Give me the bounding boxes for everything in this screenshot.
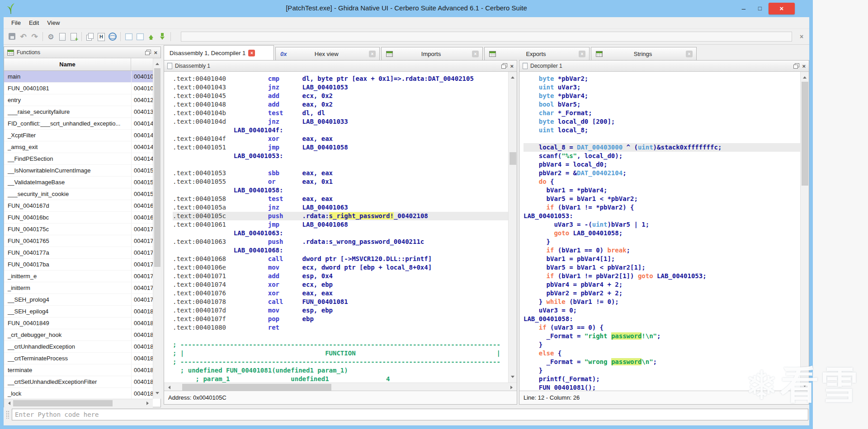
minimize-button[interactable]: –: [736, 3, 751, 14]
code-line[interactable]: goto LAB_00401058;: [524, 229, 800, 238]
code-line[interactable]: uVar3 = 0;: [524, 306, 800, 315]
tab-close-icon[interactable]: [369, 51, 376, 57]
code-line[interactable]: .text:00401061 jmp LAB_00401068: [173, 220, 508, 229]
function-row-seh-epilog4[interactable]: __SEH_epilog4004018: [4, 306, 153, 317]
functions-hscrollbar[interactable]: [4, 399, 153, 407]
code-line[interactable]: LAB_00401058:: [524, 315, 800, 323]
python-console-input[interactable]: [12, 409, 808, 420]
function-row-crt-debugger-hook[interactable]: _crt_debugger_hook004018: [4, 329, 153, 341]
save-icon[interactable]: [6, 31, 18, 42]
function-row-fun-00401081[interactable]: FUN_00401081004010: [4, 83, 153, 94]
function-row-terminate[interactable]: terminate004018: [4, 364, 153, 376]
code-line[interactable]: bVar5 = bVar1 < pbVar2[1];: [524, 263, 800, 272]
code-line[interactable]: do {: [524, 177, 800, 186]
code-line[interactable]: .text:0040107f pop ebp: [173, 315, 508, 323]
close-panel-icon[interactable]: [802, 63, 806, 70]
code-line[interactable]: .text:00401074 xor ecx, ebp: [173, 280, 508, 289]
hex-editor-icon[interactable]: [95, 31, 107, 42]
drag-handle-icon[interactable]: [6, 410, 9, 419]
functions-vscrollbar[interactable]: [153, 58, 161, 399]
code-line[interactable]: .text:00401071 add esp, 0x4: [173, 272, 508, 280]
code-line[interactable]: bVar1 = pbVar4[1];: [524, 255, 800, 263]
code-line[interactable]: ; undefined FUN_00401081(undefined1 para…: [173, 366, 508, 375]
code-line[interactable]: .text:0040104b test dl, dl: [173, 109, 508, 117]
menu-view[interactable]: View: [43, 18, 64, 28]
code-line[interactable]: .text:0040107d mov esp, ebp: [173, 306, 508, 315]
function-row-fun-004016bc[interactable]: FUN_004016bc004016: [4, 212, 153, 224]
code-line[interactable]: ; --------------------------------------…: [173, 358, 508, 366]
close-panel-icon[interactable]: [510, 63, 514, 70]
export-down-icon[interactable]: [157, 31, 168, 42]
code-line[interactable]: char *_Format;: [524, 109, 800, 117]
function-row-crtterminateprocess[interactable]: __crtTerminateProcess004018: [4, 353, 153, 364]
function-row-findpesection[interactable]: __FindPESection004014: [4, 153, 153, 165]
code-line[interactable]: uint uVar3;: [524, 83, 800, 92]
function-row-lock[interactable]: _lock004018: [4, 388, 153, 399]
function-row-fun-00401849[interactable]: FUN_00401849004018: [4, 317, 153, 329]
code-line[interactable]: byte local_d0 [200];: [524, 117, 800, 126]
code-line[interactable]: .text:00401051 jmp LAB_00401058: [173, 143, 508, 152]
tab-strings[interactable]: Strings: [591, 47, 697, 60]
code-line[interactable]: ; param_1 undefined1 4: [173, 375, 508, 382]
code-line[interactable]: pbVar4 = local_d0;: [524, 160, 800, 169]
code-line[interactable]: .text:00401058 test eax, eax: [173, 195, 508, 203]
code-line[interactable]: [173, 160, 508, 169]
code-line[interactable]: if (bVar1 != pbVar2[1]) goto LAB_0040105…: [524, 272, 800, 280]
toolbar-close-icon[interactable]: ×: [797, 33, 806, 41]
code-line[interactable]: uint local_8;: [524, 126, 800, 135]
code-line[interactable]: if (bVar1 == 0) break;: [524, 246, 800, 255]
code-line[interactable]: ; --------------------------------------…: [173, 340, 508, 349]
code-line[interactable]: }: [524, 366, 800, 375]
code-line[interactable]: LAB_0040104f:: [173, 126, 508, 135]
code-line[interactable]: pbVar4 = pbVar4 + 2;: [524, 280, 800, 289]
menu-edit[interactable]: Edit: [25, 18, 43, 28]
function-row-seh-prolog4[interactable]: __SEH_prolog4004017: [4, 294, 153, 306]
code-line[interactable]: LAB_00401053:: [524, 212, 800, 220]
tab-imports[interactable]: Imports: [381, 47, 483, 60]
copy-icon[interactable]: [84, 31, 95, 42]
disassembly-hscrollbar[interactable]: [164, 382, 517, 392]
code-line[interactable]: } while (bVar1 != 0);: [524, 298, 800, 306]
function-row-initterm[interactable]: _initterm004017: [4, 282, 153, 294]
selection-b-icon[interactable]: [134, 31, 146, 42]
code-line[interactable]: .text:00401078 call FUN_00401081: [173, 298, 508, 306]
function-row-crtsetunhandledexceptionfilter[interactable]: __crtSetUnhandledExceptionFilter004018: [4, 376, 153, 388]
code-line[interactable]: .text:00401055 or eax, 0x1: [173, 177, 508, 186]
export-up-icon[interactable]: [146, 31, 157, 42]
function-row-xcptfilter[interactable]: _XcptFilter004014: [4, 130, 153, 141]
code-line[interactable]: byte *pbVar2;: [524, 75, 800, 83]
code-line[interactable]: .text:00401045 add ecx, 0x2: [173, 92, 508, 100]
code-line[interactable]: .text:00401040 cmp dl, byte ptr [eax + 0…: [173, 75, 508, 83]
function-row-fun-0040167d[interactable]: FUN_0040167d004016: [4, 200, 153, 212]
function-row-entry[interactable]: entry004012: [4, 94, 153, 106]
code-line[interactable]: _Format = "wrong password\n";: [524, 358, 800, 366]
disassembly-code[interactable]: .text:00401040 cmp dl, byte ptr [eax + 0…: [165, 73, 508, 382]
code-line[interactable]: .text:00401053 sbb eax, eax: [173, 169, 508, 177]
tab-hex-view[interactable]: 0xHex view: [275, 47, 380, 60]
decompiler-vscrollbar[interactable]: [800, 72, 809, 392]
menu-file[interactable]: File: [7, 18, 25, 28]
code-line[interactable]: else {: [524, 349, 800, 358]
decompiler-code[interactable]: byte *pbVar2; uint uVar3; byte *pbVar4; …: [520, 73, 800, 391]
code-line[interactable]: .text:00401076 xor eax, eax: [173, 289, 508, 298]
close-panel-icon[interactable]: [154, 49, 157, 56]
code-line[interactable]: [173, 332, 508, 340]
code-line[interactable]: pbVar2 = pbVar2 + 2;: [524, 289, 800, 298]
new-item-icon[interactable]: [68, 31, 79, 42]
code-line[interactable]: scanf("%s", local_d0);: [524, 152, 800, 160]
function-row-fun-0040177a[interactable]: FUN_0040177a004017: [4, 247, 153, 259]
function-row-initterm-e[interactable]: _initterm_e004017: [4, 270, 153, 282]
function-row-main[interactable]: main004010: [4, 71, 153, 83]
tab-close-icon[interactable]: [248, 50, 255, 56]
float-panel-icon[interactable]: [793, 63, 799, 69]
function-row-validateimagebase[interactable]: __ValidateImageBase004015: [4, 177, 153, 188]
code-line[interactable]: [524, 135, 800, 143]
float-panel-icon[interactable]: [145, 50, 151, 55]
tab-disassembly-1-decompiler-1[interactable]: Disassembly 1, Decompiler 1: [164, 45, 274, 60]
code-line[interactable]: local_8 = DAT_00403000 ^ (uint)&stack0xf…: [524, 143, 800, 152]
code-line[interactable]: .text:0040104f xor eax, eax: [173, 135, 508, 143]
function-row-fun-00401765[interactable]: FUN_00401765004017: [4, 235, 153, 247]
tab-close-icon[interactable]: [579, 51, 585, 57]
code-line[interactable]: FUN_00401081();: [524, 383, 800, 391]
function-row-fun-0040175c[interactable]: FUN_0040175c004017: [4, 224, 153, 235]
